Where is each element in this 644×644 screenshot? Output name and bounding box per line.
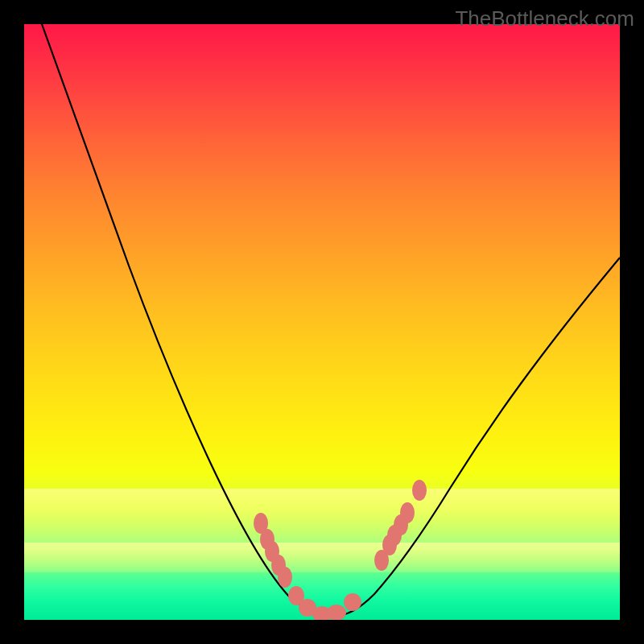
watermark-text: TheBottleneck.com: [455, 6, 634, 31]
bottleneck-curve: [42, 24, 620, 616]
marker-dot: [412, 480, 427, 501]
marker-dot: [327, 605, 346, 620]
marker-dot: [400, 502, 415, 523]
plot-area: [24, 24, 620, 620]
marker-dot: [344, 593, 361, 611]
curve-svg: [24, 24, 620, 620]
marker-dot: [278, 567, 292, 588]
marker-group: [254, 480, 427, 620]
